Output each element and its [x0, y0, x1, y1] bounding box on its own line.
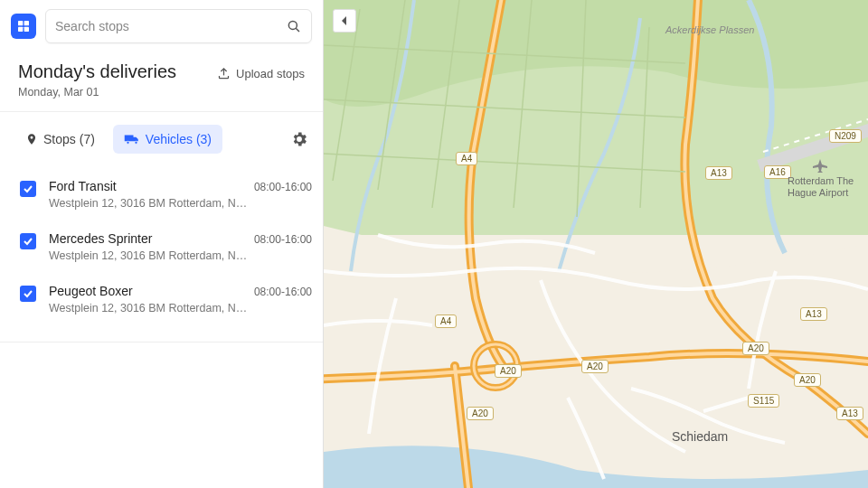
app-logo[interactable] [11, 14, 36, 39]
settings-button[interactable] [290, 130, 308, 148]
svg-point-4 [288, 21, 297, 29]
page-title: Monday's deliveries [18, 61, 176, 82]
list-item[interactable]: Ford Transit 08:00-16:00 Westplein 12, 3… [16, 168, 316, 221]
road-label: A20 [742, 342, 769, 355]
area-label: Ackerdijkse Plassen [665, 24, 754, 35]
road-label: A4 [456, 152, 477, 165]
map-view[interactable]: A4 A13 A16 N209 A4 A13 A20 A20 A20 A20 S… [324, 0, 868, 488]
pin-icon [25, 133, 38, 145]
collapse-sidebar-button[interactable] [333, 9, 356, 33]
map-canvas [324, 0, 868, 488]
upload-stops-button[interactable]: Upload stops [217, 67, 305, 80]
list-item[interactable]: Mercedes Sprinter 08:00-16:00 Westplein … [16, 221, 316, 273]
road-label: A20 [495, 364, 522, 378]
tab-stops[interactable]: Stops (7) [14, 125, 106, 154]
vehicle-name: Peugeot Boxer [49, 284, 133, 298]
road-label: A20 [467, 407, 494, 420]
check-icon [23, 183, 33, 194]
vehicle-address: Westplein 12, 3016 BM Rotterdam, Ne... [49, 197, 248, 210]
search-icon[interactable] [286, 18, 302, 34]
vehicle-time: 08:00-16:00 [254, 181, 312, 193]
vehicle-name: Ford Transit [49, 179, 117, 193]
checkbox[interactable] [20, 233, 36, 249]
check-icon [23, 236, 33, 247]
sidebar: Monday's deliveries Monday, Mar 01 Uploa… [0, 0, 324, 488]
logo-icon [16, 19, 31, 33]
svg-point-6 [127, 141, 129, 144]
road-label: A20 [794, 373, 821, 387]
tab-stops-label: Stops [43, 132, 76, 146]
page-subtitle: Monday, Mar 01 [18, 86, 176, 99]
svg-rect-0 [18, 21, 23, 25]
truck-icon [124, 133, 140, 145]
check-icon [23, 288, 33, 299]
tab-vehicles-label: Vehicles [146, 132, 193, 146]
search-box[interactable] [45, 9, 312, 43]
checkbox[interactable] [20, 181, 36, 197]
svg-line-5 [296, 28, 299, 32]
search-input[interactable] [55, 19, 286, 33]
road-label: A13 [705, 166, 732, 180]
svg-rect-3 [24, 27, 29, 32]
airport-label: Rotterdam The Hague Airport [788, 175, 854, 199]
vehicle-time: 08:00-16:00 [254, 233, 312, 246]
city-label: Schiedam [672, 429, 728, 444]
svg-point-7 [135, 141, 137, 144]
tab-vehicles-count: 3 [201, 132, 208, 146]
vehicle-name: Mercedes Sprinter [49, 231, 152, 246]
road-label: A13 [800, 307, 827, 321]
upload-label: Upload stops [236, 67, 305, 80]
tab-vehicles[interactable]: Vehicles (3) [113, 125, 222, 154]
svg-rect-2 [18, 27, 23, 32]
list-item[interactable]: Peugeot Boxer 08:00-16:00 Westplein 12, … [16, 273, 316, 325]
road-label: S115 [748, 394, 779, 408]
road-label: A20 [581, 360, 609, 373]
upload-icon [217, 67, 231, 80]
tab-stops-count: 7 [83, 132, 90, 146]
checkbox[interactable] [20, 286, 36, 302]
road-label: N209 [829, 129, 862, 143]
vehicle-time: 08:00-16:00 [254, 286, 312, 298]
road-label: A4 [435, 314, 457, 328]
svg-rect-1 [24, 21, 29, 25]
chevron-left-icon [341, 16, 348, 25]
vehicle-address: Westplein 12, 3016 BM Rotterdam, Ne... [49, 249, 248, 262]
vehicle-address: Westplein 12, 3016 BM Rotterdam, Ne... [49, 302, 248, 314]
road-label: A13 [836, 407, 863, 420]
vehicles-list: Ford Transit 08:00-16:00 Westplein 12, 3… [0, 163, 323, 343]
